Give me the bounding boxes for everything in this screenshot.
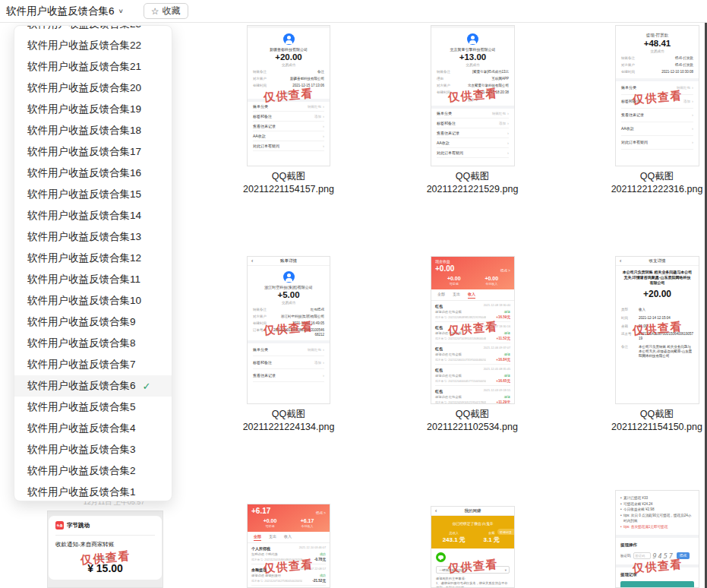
row-value: 收入 — [639, 308, 645, 312]
link-value: 转账红包 — [492, 111, 509, 115]
link-row: 标签和备注添加 — [437, 119, 509, 128]
link-value — [506, 131, 509, 135]
entry-tag: 提现 — [504, 352, 510, 356]
income-app-header: 现金收益 +0.00 提现 > +0.00可提现+0.00今日收入 — [431, 257, 514, 289]
dropdown-item-label: 软件用户收益反馈合集9 — [27, 315, 136, 329]
file-caption[interactable]: QQ截图 20211221224134.png — [224, 408, 353, 434]
favorite-button[interactable]: ☆ 收藏 — [144, 3, 188, 19]
dropdown-item[interactable]: 软件用户收益反馈合集19 — [14, 99, 172, 120]
row-label: 对方账户 — [621, 63, 635, 68]
collection-title-dropdown-trigger[interactable]: 软件用户收益反馈合集6 ∨ — [6, 5, 124, 18]
thumbnail-cash-income-2[interactable]: +6.17 提现 > +0.00可提现+6.17今日收入 全部支出收入 个人所得… — [247, 504, 330, 588]
wechat-bind-text: 你已经绑定了微信:白鬼辛 — [435, 521, 510, 526]
top-bar: 软件用户收益反馈合集6 ∨ ☆ 收藏 — [0, 0, 707, 23]
entry-date: 2021-12-10 03:46:07 — [299, 546, 326, 551]
dropdown-item[interactable]: 软件用户收益反馈合集2 — [14, 460, 172, 482]
captcha-label: 验证码 — [620, 554, 631, 558]
thumbnail-bill-detail[interactable]: 账单详情 浙江时空科技(集团)有限公司 +5.00 交易成功 转账备注红包提现对… — [247, 256, 330, 404]
file-name-line1: QQ截图 — [592, 408, 707, 421]
file-name-line2: 20211221154150.png — [592, 421, 707, 434]
thumbnail-cash-income[interactable]: 现金收益 +0.00 提现 > +0.00可提现+0.00今日收入 全部支出收入… — [431, 256, 515, 404]
link-row: 账单分类转账红包 — [253, 343, 324, 356]
amount: +20.00 — [616, 289, 699, 299]
dropdown-item[interactable]: 软件用户收益反馈合集9 — [14, 311, 172, 333]
dropdown-item[interactable]: 软件用户收益反馈合集20 — [14, 77, 172, 99]
income-entry: 红包2021-12-06 09:37:07 提现说明 红包金额提现 流水单号: … — [435, 343, 510, 365]
dropdown-item-label: 软件用户收益反馈合集6 — [27, 379, 136, 393]
stat-cell: +6.17今日收入 — [289, 518, 326, 528]
file-name-line2: 20211221224134.png — [224, 421, 353, 434]
dropdown-item[interactable]: 软件用户收益反馈合集11 — [14, 269, 172, 290]
dropdown-item[interactable]: 软件用户收益反馈合集12 — [14, 248, 172, 269]
thumbnail-alipay-13[interactable]: 北京聚量引擎科技有限公司 +13.00 交易成功 转账备注[聚量引擎]提现成功1… — [431, 25, 515, 166]
link-value — [690, 126, 693, 131]
thumbnail-alipay-20[interactable]: 新疆善都科技有限公司 +20.00 交易成功 转账备注备注对方账户新疆善都科技有… — [247, 25, 330, 166]
detail-row: 转账备注备注 — [253, 70, 324, 74]
row-value: 浙江时空科技(集团)有限公司 — [281, 315, 324, 319]
row-label: 转账备注 — [437, 70, 450, 74]
dropdown-item-label: 软件用户收益反馈合集13 — [27, 230, 141, 244]
entry-date: 2021-12-05 08:35:45 — [484, 368, 510, 372]
dropdown-item[interactable]: 软件用户收益反馈合集5 — [14, 397, 172, 418]
total-amount: +0.00 — [435, 264, 454, 273]
file-name-line1: QQ截图 — [408, 170, 537, 183]
dropdown-item-label: 软件用户收益反馈合集10 — [27, 294, 141, 308]
link-value: 添加 — [314, 114, 324, 119]
dropdown-item[interactable]: 软件用户收益反馈合集21 — [14, 56, 172, 77]
dropdown-item[interactable]: 软件用户收益反馈合集10 — [14, 290, 172, 311]
thumbnail-bytedance-payment[interactable]: 头条 字节跳动 收款通知-来自商家转账 收款金额 ¥ 15.00 仅供查看 — [47, 511, 163, 588]
mini-page-header: 账单详情 — [248, 257, 330, 266]
link-row: 查看往来记录 — [621, 109, 693, 122]
bullet-text: tips: 首次提现满1元即可提现 — [623, 524, 668, 530]
dropdown-item[interactable]: 软件用户收益反馈合集16 — [14, 163, 172, 184]
link-row: 标签和备注添加 — [253, 112, 324, 122]
payee-name: 新疆善都科技有限公司 — [248, 47, 330, 52]
entry-title: 红包 — [435, 346, 443, 351]
link-label: 标签和备注 — [253, 114, 272, 119]
entry-title: 个人所得税 — [251, 546, 270, 551]
link-label: AA收款 — [437, 141, 450, 145]
cropped-edge — [248, 26, 330, 28]
dropdown-item[interactable]: 软件用户收益反馈合集3 — [14, 439, 172, 460]
file-name-line1: QQ截图 — [224, 408, 353, 421]
dropdown-item[interactable]: 软件用户收益反馈合集8 — [14, 333, 172, 354]
link-row: AA收款 — [253, 131, 324, 141]
total-amount: +6.17 — [251, 507, 270, 515]
detail-row: 备注本公司只负责转账 相关业务问题与本公司无关,详情请咨询聚愿-山东晨阳网络科技… — [621, 345, 693, 358]
dropdown-item[interactable]: 软件用户收益反馈合集1 — [14, 482, 172, 501]
dropdown-item[interactable]: 软件用户收益反馈合集15 — [14, 184, 172, 205]
entry-note: 扣税说明 个税代缴 — [251, 552, 278, 556]
link-row: 查看往来记录 — [253, 369, 324, 382]
dropdown-item[interactable]: 软件用户收益反馈合集14 — [14, 205, 172, 226]
amount: +48.41 — [616, 39, 699, 48]
payee-name: 浙江时空科技(集团)有限公司 — [248, 285, 330, 289]
thumbnail-wangzhuan[interactable]: 我的网赚 你已经绑定了微信:白鬼辛 提现记录 总收入 243.1 元 余额 3.… — [431, 506, 515, 588]
file-caption[interactable]: QQ截图 20211221102534.png — [408, 408, 537, 434]
stat-value: +0.00 — [473, 276, 511, 281]
dropdown-item[interactable]: 软件用户收益反馈合集22 — [14, 35, 172, 56]
file-caption[interactable]: QQ截图 20211221154157.png — [224, 170, 353, 196]
row-label: 转账备注 — [253, 308, 267, 312]
dropdown-item[interactable]: 软件用户收益反馈合集7 — [14, 354, 172, 375]
thumbnail-income-detail[interactable]: 收支详情 本公司只负责转账 相关业务问题与本公司无关,详情请咨询聚愿-山东晨阳网… — [615, 256, 699, 404]
thumbnail-alipay-48[interactable]: 提现-打赏款 +48.41 交易成功 转账备注提现-打赏款对方账户提现-打赏款创… — [615, 25, 699, 166]
file-name-line2: 20211221221529.png — [408, 183, 537, 196]
dropdown-item[interactable]: 软件用户收益反馈合集17 — [14, 141, 172, 163]
entry-amount: +11.52元 — [496, 337, 510, 340]
favorite-label: 收藏 — [163, 5, 181, 17]
stat-value: 3.1 元 — [473, 536, 511, 544]
thumbnail-withdraw-page[interactable]: 累计已提现 ¥33可提现金额 ¥24.24今日收益金额 ¥2.98tips: 次… — [615, 490, 699, 588]
row-label: 转账备注 — [253, 70, 267, 74]
dropdown-item[interactable]: 软件用户收益反馈合集13 — [14, 226, 172, 248]
dropdown-item[interactable]: 软件用户收益反馈合集18 — [14, 120, 172, 141]
file-caption[interactable]: QQ截图 20211221222316.png — [592, 170, 707, 196]
entry-amount: -21.52元 — [312, 579, 326, 583]
dropdown-item[interactable]: 软件用户收益反馈合集6 ✓ — [14, 375, 172, 397]
dropdown-item[interactable]: 软件用户收益反馈合集23 — [14, 25, 172, 35]
dropdown-item[interactable]: 软件用户收益反馈合集4 — [14, 418, 172, 439]
file-caption[interactable]: QQ截图 20211221154150.png — [592, 408, 707, 434]
file-caption[interactable]: QQ截图 20211221221529.png — [408, 170, 537, 196]
link-value: 添加 — [683, 99, 693, 103]
row-value: 备注 — [317, 70, 324, 74]
entry-title: 红包 — [435, 325, 443, 330]
